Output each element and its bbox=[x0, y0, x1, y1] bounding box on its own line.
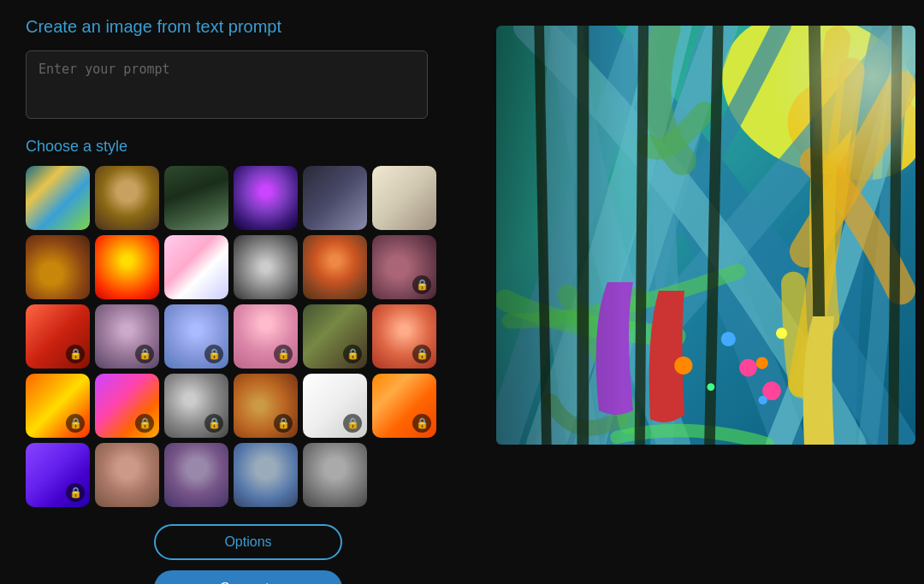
lock-icon: 🔒 bbox=[66, 483, 85, 502]
lock-icon: 🔒 bbox=[412, 275, 431, 294]
style-item-s12[interactable]: 🔒 bbox=[372, 235, 436, 299]
lock-icon: 🔒 bbox=[412, 414, 431, 433]
lock-icon: 🔒 bbox=[343, 414, 362, 433]
lock-icon: 🔒 bbox=[343, 345, 362, 363]
style-item-s27[interactable] bbox=[164, 443, 228, 507]
style-item-s9[interactable] bbox=[164, 235, 228, 299]
style-item-s15[interactable]: 🔒 bbox=[164, 304, 228, 369]
buttons-row: Options Generate bbox=[26, 524, 471, 584]
style-item-s19[interactable]: 🔒 bbox=[26, 374, 90, 438]
lock-icon: 🔒 bbox=[135, 414, 154, 433]
style-item-s1[interactable] bbox=[26, 166, 90, 230]
lock-icon: 🔒 bbox=[274, 414, 293, 433]
style-item-s29[interactable] bbox=[303, 443, 367, 507]
generated-image bbox=[496, 26, 915, 445]
style-item-s2[interactable] bbox=[95, 166, 159, 230]
prompt-input[interactable] bbox=[26, 50, 428, 119]
page-title: Create an image from text prompt bbox=[26, 17, 471, 37]
main-canvas bbox=[496, 26, 915, 445]
style-section-label: Choose a style bbox=[26, 138, 471, 156]
generate-button[interactable]: Generate bbox=[154, 570, 342, 584]
lock-icon: 🔒 bbox=[66, 414, 85, 433]
style-item-s24[interactable]: 🔒 bbox=[372, 374, 436, 438]
style-item-s16[interactable]: 🔒 bbox=[234, 304, 298, 369]
style-item-s18[interactable]: 🔒 bbox=[372, 304, 436, 369]
style-item-s4[interactable] bbox=[234, 166, 298, 230]
style-item-s5[interactable] bbox=[303, 166, 367, 230]
style-item-s21[interactable]: 🔒 bbox=[164, 374, 228, 438]
style-item-s8[interactable] bbox=[95, 235, 159, 299]
options-button[interactable]: Options bbox=[154, 524, 342, 560]
style-item-s25[interactable]: 🔒 bbox=[26, 443, 90, 507]
styles-grid: 🔒🔒🔒🔒🔒🔒🔒🔒🔒🔒🔒🔒🔒🔒 bbox=[26, 166, 471, 507]
style-item-s7[interactable] bbox=[26, 235, 90, 299]
style-item-s28[interactable] bbox=[234, 443, 298, 507]
style-item-s3[interactable] bbox=[164, 166, 228, 230]
right-panel bbox=[496, 17, 915, 584]
style-item-s26[interactable] bbox=[95, 443, 159, 507]
style-item-s6[interactable] bbox=[372, 166, 436, 230]
style-item-s14[interactable]: 🔒 bbox=[95, 304, 159, 369]
main-container: Create an image from text prompt Choose … bbox=[26, 17, 898, 584]
style-item-s13[interactable]: 🔒 bbox=[26, 304, 90, 369]
lock-icon: 🔒 bbox=[412, 345, 431, 363]
style-item-s23[interactable]: 🔒 bbox=[303, 374, 367, 438]
left-panel: Create an image from text prompt Choose … bbox=[26, 17, 471, 584]
lock-icon: 🔒 bbox=[204, 345, 223, 363]
style-item-s11[interactable] bbox=[303, 235, 367, 299]
style-item-s17[interactable]: 🔒 bbox=[303, 304, 367, 369]
lock-icon: 🔒 bbox=[135, 345, 154, 363]
style-item-s10[interactable] bbox=[234, 235, 298, 299]
style-item-s20[interactable]: 🔒 bbox=[95, 374, 159, 438]
lock-icon: 🔒 bbox=[274, 345, 293, 363]
style-item-s22[interactable]: 🔒 bbox=[234, 374, 298, 438]
lock-icon: 🔒 bbox=[66, 345, 85, 363]
lock-icon: 🔒 bbox=[204, 414, 223, 433]
